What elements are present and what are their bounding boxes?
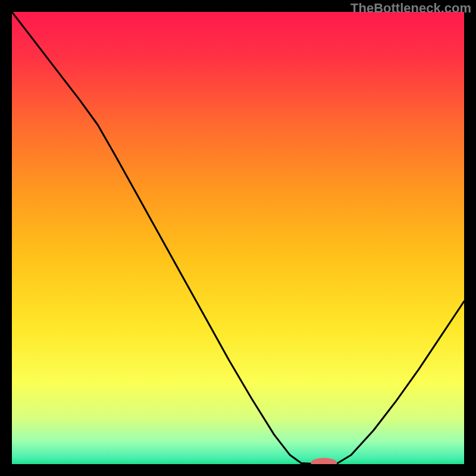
watermark-text: TheBottleneck.com <box>350 1 471 16</box>
chart-plot-area <box>12 12 464 464</box>
chart-frame: TheBottleneck.com <box>0 0 476 476</box>
bottleneck-chart <box>12 12 464 464</box>
chart-background <box>12 12 464 464</box>
